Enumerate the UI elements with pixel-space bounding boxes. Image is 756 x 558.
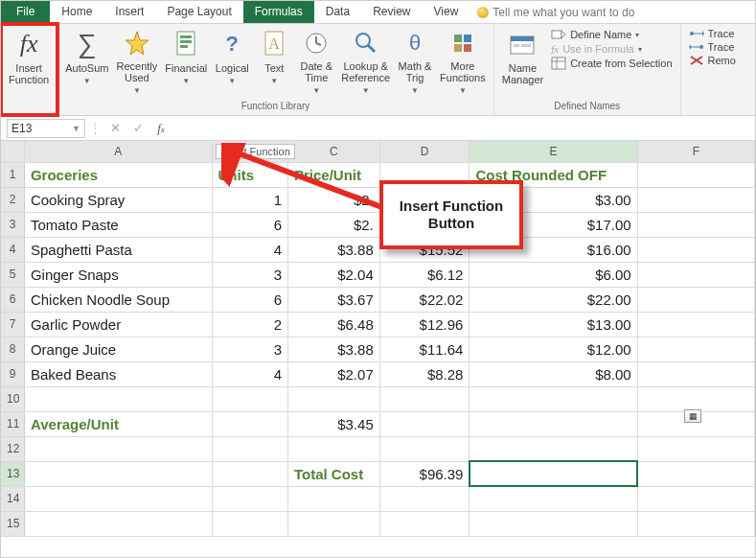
cell-F5[interactable] xyxy=(637,262,754,287)
remove-arrows-button[interactable]: Remo xyxy=(689,55,736,66)
column-header-E[interactable]: E xyxy=(470,141,637,162)
cell-A7[interactable]: Garlic Powder xyxy=(24,312,212,337)
cell-C14[interactable] xyxy=(287,486,379,511)
column-header-A[interactable]: A xyxy=(24,141,212,162)
cell-A14[interactable] xyxy=(24,486,212,511)
column-header-F[interactable]: F xyxy=(637,141,754,162)
cell-B14[interactable] xyxy=(212,486,287,511)
cell-E7[interactable]: $13.00 xyxy=(470,312,637,337)
select-all-corner[interactable] xyxy=(1,141,24,162)
tab-home[interactable]: Home xyxy=(50,1,103,23)
cell-F6[interactable] xyxy=(637,287,754,312)
row-header-15[interactable]: 15 xyxy=(1,511,24,536)
cell-F13[interactable] xyxy=(637,461,754,486)
cell-A4[interactable]: Spaghetti Pasta xyxy=(24,237,212,262)
row-header-13[interactable]: 13 xyxy=(1,461,24,486)
cell-E11[interactable] xyxy=(470,411,637,436)
cell-C6[interactable]: $3.67 xyxy=(287,287,379,312)
cell-F7[interactable] xyxy=(637,312,754,337)
cell-E6[interactable]: $22.00 xyxy=(470,287,637,312)
cell-F4[interactable] xyxy=(637,237,754,262)
row-header-8[interactable]: 8 xyxy=(1,337,24,361)
row-header-4[interactable]: 4 xyxy=(1,237,24,262)
cell-B12[interactable] xyxy=(212,436,287,461)
cell-F2[interactable] xyxy=(637,187,754,212)
tab-page-layout[interactable]: Page Layout xyxy=(155,1,242,23)
cell-D10[interactable] xyxy=(379,386,470,411)
cell-E10[interactable] xyxy=(470,386,637,411)
cell-D14[interactable] xyxy=(379,486,470,511)
cell-E15[interactable] xyxy=(470,511,637,536)
row-header-7[interactable]: 7 xyxy=(1,312,24,337)
cell-D7[interactable]: $12.96 xyxy=(379,312,470,337)
insert-function-button[interactable]: fx Insert Function xyxy=(5,26,53,99)
cell-B5[interactable]: 3 xyxy=(212,262,287,287)
cell-B7[interactable]: 2 xyxy=(212,312,287,337)
define-name-button[interactable]: Define Name ▾ xyxy=(551,28,672,41)
cell-A11[interactable]: Average/Unit xyxy=(24,411,212,436)
cell-A12[interactable] xyxy=(24,436,212,461)
cell-C12[interactable] xyxy=(287,436,379,461)
cell-E8[interactable]: $12.00 xyxy=(470,337,637,361)
cell-E5[interactable]: $6.00 xyxy=(470,262,637,287)
cell-A13[interactable] xyxy=(24,461,212,486)
math-trig-button[interactable]: θ Math & Trig ▼ xyxy=(394,26,436,99)
cell-E9[interactable]: $8.00 xyxy=(470,361,637,386)
trace-dependents-button[interactable]: Trace xyxy=(689,41,736,53)
logical-button[interactable]: ? Logical ▼ xyxy=(211,26,253,99)
create-from-selection-button[interactable]: Create from Selection xyxy=(551,57,672,70)
row-header-2[interactable]: 2 xyxy=(1,187,24,212)
tab-data[interactable]: Data xyxy=(314,1,361,23)
more-functions-button[interactable]: More Functions ▼ xyxy=(436,26,490,99)
cell-F15[interactable] xyxy=(637,511,754,536)
cell-A15[interactable] xyxy=(24,511,212,536)
row-header-12[interactable]: 12 xyxy=(1,436,24,461)
cell-C5[interactable]: $2.04 xyxy=(287,262,379,287)
tab-file[interactable]: File xyxy=(1,1,50,23)
cell-A8[interactable]: Orange Juice xyxy=(24,337,212,361)
cell-A5[interactable]: Ginger Snaps xyxy=(24,262,212,287)
cell-A2[interactable]: Cooking Spray xyxy=(24,187,212,212)
date-time-button[interactable]: Date & Time ▼ xyxy=(295,26,337,99)
cell-F9[interactable] xyxy=(637,361,754,386)
cell-C9[interactable]: $2.07 xyxy=(287,361,379,386)
cancel-formula-button[interactable]: ✕ xyxy=(105,119,125,138)
cell-B15[interactable] xyxy=(212,511,287,536)
cell-B8[interactable]: 3 xyxy=(212,337,287,361)
cell-D12[interactable] xyxy=(379,436,470,461)
cell-C8[interactable]: $3.88 xyxy=(287,337,379,361)
cell-E13[interactable] xyxy=(470,461,637,486)
name-manager-button[interactable]: Name Manager xyxy=(498,26,547,99)
cell-B13[interactable] xyxy=(212,461,287,486)
tab-review[interactable]: Review xyxy=(361,1,422,23)
name-box[interactable]: E13 ▼ xyxy=(7,119,85,138)
cell-D5[interactable]: $6.12 xyxy=(379,262,470,287)
cell-C13[interactable]: Total Cost xyxy=(287,461,379,486)
cell-C7[interactable]: $6.48 xyxy=(287,312,379,337)
cell-D13[interactable]: $96.39 xyxy=(379,461,470,486)
row-header-11[interactable]: 11 xyxy=(1,411,24,436)
tab-formulas[interactable]: Formulas xyxy=(243,1,314,23)
cell-A9[interactable]: Baked Beans xyxy=(24,361,212,386)
recently-used-button[interactable]: Recently Used ▼ xyxy=(112,26,161,99)
cell-F12[interactable] xyxy=(637,436,754,461)
cell-E14[interactable] xyxy=(470,486,637,511)
cell-A3[interactable]: Tomato Paste xyxy=(24,212,212,237)
row-header-6[interactable]: 6 xyxy=(1,287,24,312)
cell-F1[interactable] xyxy=(637,162,754,187)
smart-tag-icon[interactable]: ▦ xyxy=(684,409,701,423)
tab-view[interactable]: View xyxy=(423,1,470,23)
cell-C11[interactable]: $3.45 xyxy=(287,411,379,436)
cell-C4[interactable]: $3.88 xyxy=(287,237,379,262)
financial-button[interactable]: Financial ▼ xyxy=(161,26,211,99)
cell-F14[interactable] xyxy=(637,486,754,511)
cell-D8[interactable]: $11.64 xyxy=(379,337,470,361)
row-header-5[interactable]: 5 xyxy=(1,262,24,287)
cell-B10[interactable] xyxy=(212,386,287,411)
row-header-14[interactable]: 14 xyxy=(1,486,24,511)
cell-F3[interactable] xyxy=(637,212,754,237)
cell-A1[interactable]: Groceries xyxy=(24,162,212,187)
cell-B9[interactable]: 4 xyxy=(212,361,287,386)
cell-B6[interactable]: 6 xyxy=(212,287,287,312)
cell-B4[interactable]: 4 xyxy=(212,237,287,262)
